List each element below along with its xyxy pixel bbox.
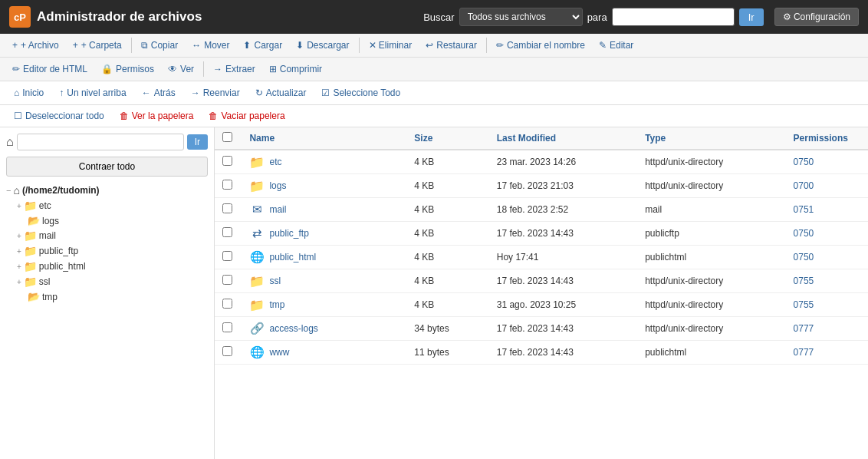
- table-row[interactable]: 📁 etc 4 KB 23 mar. 2023 14:26 httpd/unix…: [215, 150, 868, 174]
- table-row[interactable]: 📁 ssl 4 KB 17 feb. 2023 14:43 httpd/unix…: [215, 269, 868, 293]
- ssl-label: ssl: [39, 276, 51, 287]
- col-modified-header[interactable]: Last Modified: [489, 127, 637, 150]
- row-name[interactable]: etc: [269, 157, 281, 167]
- row-permissions-cell: 0755: [786, 269, 868, 293]
- row-checkbox-7[interactable]: [222, 322, 232, 332]
- descargar-button[interactable]: ⬇ Descargar: [290, 37, 355, 54]
- link-icon: 🔗: [250, 322, 265, 335]
- editor-html-button[interactable]: ✏ Editor de HTML: [6, 61, 94, 78]
- row-name[interactable]: logs: [269, 180, 286, 191]
- search-section: Buscar Todos sus archivos Solo nombre de…: [423, 8, 859, 26]
- row-name[interactable]: access-logs: [269, 323, 317, 334]
- table-row[interactable]: 🌐 public_html 4 KB Hoy 17:41 publichtml …: [215, 246, 868, 269]
- cargar-button[interactable]: ⬆ Cargar: [237, 37, 288, 54]
- row-name-cell: 📁 ssl: [242, 269, 406, 293]
- collapse-button[interactable]: Contraer todo: [6, 157, 208, 177]
- row-checkbox-5[interactable]: [222, 275, 232, 285]
- tree-item-mail[interactable]: + 📁 mail: [17, 228, 208, 243]
- etc-label: etc: [39, 200, 51, 211]
- row-size-cell: 4 KB: [406, 150, 488, 174]
- extraer-button[interactable]: → Extraer: [207, 61, 261, 78]
- row-name[interactable]: public_ftp: [269, 228, 308, 239]
- tree-item-public-ftp[interactable]: + 📁 public_ftp: [17, 243, 208, 259]
- row-name[interactable]: tmp: [269, 299, 284, 310]
- row-checkbox-cell: [215, 174, 242, 198]
- app-logo: cP Administrador de archivos: [9, 6, 423, 28]
- sidebar: ⌂ Ir Contraer todo − ⌂ (/home2/tudomin) …: [0, 127, 215, 459]
- row-permissions-cell: 0750: [786, 246, 868, 269]
- home-icon: ⌂: [14, 88, 19, 98]
- comprimir-button[interactable]: ⊞ Comprimir: [263, 61, 328, 78]
- trash-icon: 🗑: [120, 111, 129, 121]
- table-row[interactable]: ⇄ public_ftp 4 KB 17 feb. 2023 14:43 pub…: [215, 222, 868, 246]
- row-modified-cell: 23 mar. 2023 14:26: [489, 150, 637, 174]
- editar-button[interactable]: ✎ Editar: [593, 37, 639, 54]
- table-row[interactable]: 📁 tmp 4 KB 31 ago. 2023 10:25 httpd/unix…: [215, 293, 868, 317]
- restaurar-button[interactable]: ↩ Restaurar: [419, 37, 483, 54]
- select-all-checkbox[interactable]: [222, 132, 232, 142]
- tree-item-etc[interactable]: + 📁 etc: [17, 198, 208, 213]
- row-permissions-cell: 0700: [786, 174, 868, 198]
- row-checkbox-1[interactable]: [222, 180, 232, 190]
- col-permissions-header[interactable]: Permissions: [786, 127, 868, 150]
- carpeta-button[interactable]: + + Carpeta: [67, 37, 128, 54]
- row-checkbox-3[interactable]: [222, 227, 232, 237]
- row-size-cell: 4 KB: [406, 174, 488, 198]
- table-row[interactable]: ✉ mail 4 KB 18 feb. 2023 2:52 mail 0751: [215, 198, 868, 222]
- cambiar-nombre-button[interactable]: ✏ Cambiar el nombre: [490, 37, 591, 54]
- col-check: [215, 127, 242, 150]
- table-row[interactable]: 📁 logs 4 KB 17 feb. 2023 21:03 httpd/uni…: [215, 174, 868, 198]
- seleccione-todo-button[interactable]: ☑ Seleccione Todo: [315, 85, 406, 101]
- row-checkbox-6[interactable]: [222, 299, 232, 309]
- ssl-folder-icon: 📁: [24, 276, 37, 288]
- tree-root-item[interactable]: − ⌂ (/home2/tudomin): [6, 183, 208, 198]
- permisos-button[interactable]: 🔒 Permisos: [95, 61, 160, 78]
- col-type-header[interactable]: Type: [637, 127, 785, 150]
- mover-button[interactable]: ↔ Mover: [186, 37, 235, 54]
- ftp-icon: ⇄: [252, 226, 262, 240]
- tree-item-public-html[interactable]: + 📁 public_html: [17, 259, 208, 274]
- row-name[interactable]: ssl: [269, 276, 281, 286]
- row-name-cell: ⇄ public_ftp: [242, 222, 406, 246]
- row-checkbox-2[interactable]: [222, 203, 232, 213]
- atras-button[interactable]: ← Atrás: [136, 85, 182, 101]
- row-name[interactable]: mail: [269, 204, 286, 215]
- tree-item-tmp[interactable]: 📂 tmp: [17, 289, 208, 304]
- row-permissions-cell: 0777: [786, 317, 868, 341]
- vaciar-papelera-button[interactable]: 🗑 Vaciar papelera: [202, 108, 291, 124]
- archivo-button[interactable]: + + Archivo: [6, 37, 65, 54]
- actualizar-button[interactable]: ↻ Actualizar: [249, 85, 313, 101]
- row-type-cell: httpd/unix-directory: [637, 269, 785, 293]
- path-ir-button[interactable]: Ir: [187, 134, 208, 150]
- archivo-icon: +: [12, 40, 18, 51]
- row-checkbox-0[interactable]: [222, 156, 232, 166]
- un-nivel-button[interactable]: ↑ Un nivel arriba: [53, 85, 132, 101]
- ver-button[interactable]: 👁 Ver: [162, 61, 200, 78]
- col-size-header[interactable]: Size: [406, 127, 488, 150]
- sep4: [203, 61, 204, 77]
- search-input[interactable]: [612, 8, 735, 26]
- copiar-button[interactable]: ⧉ Copiar: [135, 37, 184, 54]
- tmp-folder-icon: 📂: [28, 291, 40, 302]
- row-checkbox-8[interactable]: [222, 346, 232, 356]
- tree-item-logs[interactable]: 📂 logs: [17, 213, 208, 228]
- row-name[interactable]: www: [269, 347, 289, 358]
- config-button[interactable]: ⚙ Configuración: [774, 8, 859, 26]
- row-name-cell: 🌐 www: [242, 341, 406, 365]
- row-checkbox-4[interactable]: [222, 251, 232, 261]
- inicio-button[interactable]: ⌂ Inicio: [8, 85, 50, 101]
- ver-papelera-button[interactable]: 🗑 Ver la papelera: [113, 108, 200, 124]
- col-name-header[interactable]: Name: [242, 127, 406, 150]
- table-row[interactable]: 🔗 access-logs 34 bytes 17 feb. 2023 14:4…: [215, 317, 868, 341]
- table-row[interactable]: 🌐 www 11 bytes 17 feb. 2023 14:43 public…: [215, 341, 868, 365]
- row-name[interactable]: public_html: [269, 252, 316, 263]
- home-sidebar-icon: ⌂: [6, 135, 14, 149]
- search-scope-select[interactable]: Todos sus archivos Solo nombre de archiv…: [459, 8, 583, 26]
- deseleccionar-button[interactable]: ☐ Deseleccionar todo: [8, 108, 110, 124]
- reenviar-button[interactable]: → Reenviar: [185, 85, 246, 101]
- eliminar-button[interactable]: ✕ Eliminar: [363, 37, 419, 54]
- tree-item-ssl[interactable]: + 📁 ssl: [17, 274, 208, 289]
- search-ir-button[interactable]: Ir: [739, 8, 764, 26]
- path-input[interactable]: [17, 134, 184, 150]
- row-type-cell: publicftp: [637, 222, 785, 246]
